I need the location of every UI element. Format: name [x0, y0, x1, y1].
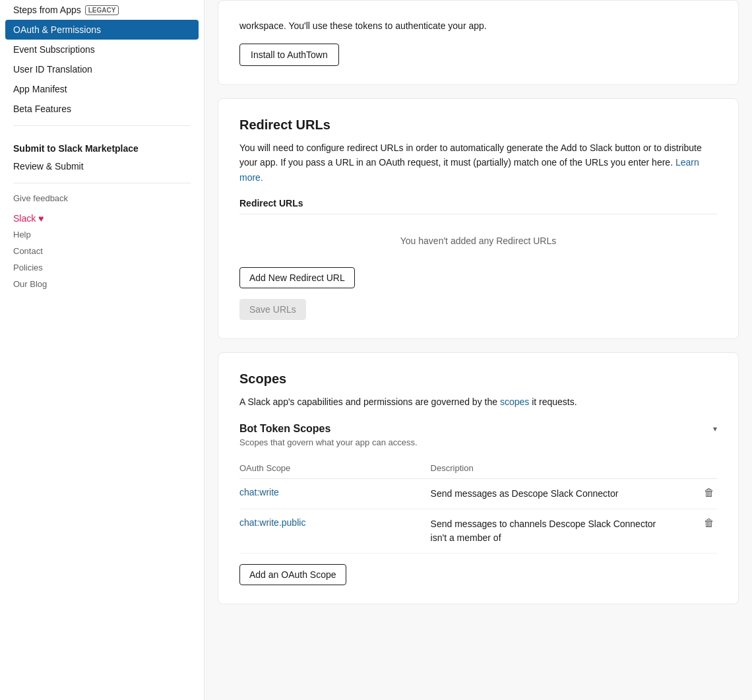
- legacy-badge: LEGACY: [85, 5, 119, 15]
- steps-from-apps-label: Steps from Apps: [13, 5, 81, 15]
- delete-scope-icon[interactable]: 🗑: [701, 515, 717, 531]
- bot-token-title: Bot Token Scopes: [239, 423, 330, 435]
- redirect-urls-card: Redirect URLs You will need to configure…: [218, 98, 739, 339]
- delete-scope-icon[interactable]: 🗑: [701, 484, 717, 501]
- sidebar-footer-help[interactable]: Help: [0, 226, 204, 243]
- bot-token-subtitle: Scopes that govern what your app can acc…: [239, 437, 717, 447]
- install-button[interactable]: Install to AuthTown: [239, 44, 339, 66]
- sidebar-divider-2: [13, 183, 191, 183]
- scope-name-link[interactable]: chat:write: [239, 487, 279, 497]
- scope-name-link[interactable]: chat:write.public: [239, 517, 305, 528]
- install-card: workspace. You'll use these tokens to au…: [218, 0, 739, 85]
- sidebar-footer-contact[interactable]: Contact: [0, 243, 204, 259]
- sidebar-item-steps-from-apps[interactable]: Steps from Apps LEGACY: [0, 0, 204, 20]
- scope-description: Send messages to channels Descope Slack …: [431, 509, 670, 553]
- install-description: workspace. You'll use these tokens to au…: [239, 19, 717, 33]
- redirect-urls-empty-state: You haven't added any Redirect URLs: [239, 225, 717, 257]
- col-header-action: [670, 458, 717, 479]
- add-new-redirect-url-button[interactable]: Add New Redirect URL: [239, 267, 355, 288]
- col-header-desc: Description: [431, 458, 670, 479]
- scopes-description: A Slack app's capabilities and permissio…: [239, 395, 717, 409]
- sidebar-item-oauth-permissions[interactable]: OAuth & Permissions: [5, 20, 199, 40]
- sidebar: Steps from Apps LEGACY OAuth & Permissio…: [0, 0, 204, 700]
- slack-heart: Slack ♥: [0, 207, 204, 226]
- redirect-urls-title: Redirect URLs: [239, 117, 717, 133]
- sidebar-footer-policies[interactable]: Policies: [0, 259, 204, 276]
- sidebar-item-app-manifest[interactable]: App Manifest: [0, 79, 204, 99]
- table-row: chat:write.publicSend messages to channe…: [239, 509, 717, 553]
- sidebar-feedback[interactable]: Give feedback: [0, 190, 204, 207]
- add-oauth-scope-button[interactable]: Add an OAuth Scope: [239, 564, 346, 585]
- submit-section-header: Submit to Slack Marketplace: [0, 133, 204, 156]
- sidebar-item-user-id-translation[interactable]: User ID Translation: [0, 59, 204, 79]
- sidebar-footer-our-blog[interactable]: Our Blog: [0, 276, 204, 292]
- redirect-urls-description: You will need to configure redirect URLs…: [239, 141, 717, 185]
- col-header-scope: OAuth Scope: [239, 458, 431, 479]
- save-urls-button: Save URLs: [239, 299, 306, 320]
- sidebar-item-review-submit[interactable]: Review & Submit: [0, 156, 204, 176]
- chevron-down-icon[interactable]: ▾: [713, 424, 717, 433]
- sidebar-divider-1: [13, 125, 191, 126]
- scopes-card: Scopes A Slack app's capabilities and pe…: [218, 352, 739, 604]
- table-row: chat:writeSend messages as Descope Slack…: [239, 478, 717, 509]
- scopes-link[interactable]: scopes: [500, 397, 529, 407]
- sidebar-item-beta-features[interactable]: Beta Features: [0, 99, 204, 119]
- scopes-table: OAuth Scope Description chat:writeSend m…: [239, 458, 717, 554]
- scopes-title: Scopes: [239, 371, 717, 387]
- redirect-urls-actions: Add New Redirect URL: [239, 267, 717, 288]
- sidebar-item-event-subscriptions[interactable]: Event Subscriptions: [0, 40, 204, 59]
- redirect-urls-section-label: Redirect URLs: [239, 198, 717, 214]
- bot-token-header: Bot Token Scopes ▾: [239, 423, 717, 435]
- main-content: workspace. You'll use these tokens to au…: [204, 0, 752, 700]
- scope-description: Send messages as Descope Slack Connector: [431, 478, 670, 509]
